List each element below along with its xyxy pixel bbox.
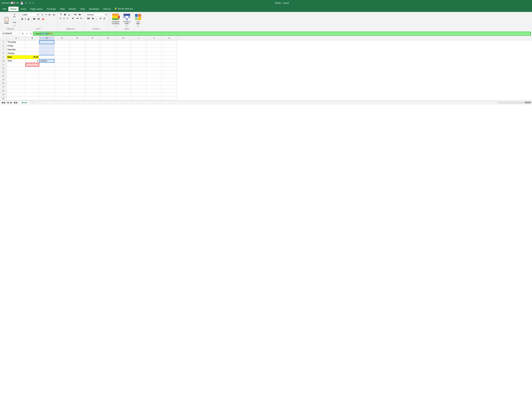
cell-b7[interactable] xyxy=(25,48,39,51)
col-header-j[interactable]: J xyxy=(146,36,162,40)
cell-i8[interactable] xyxy=(131,51,146,55)
cut-button[interactable]: ✂️ Cut xyxy=(11,13,18,18)
cancel-button[interactable]: ✕ xyxy=(21,32,24,35)
comma-button[interactable]: , xyxy=(95,17,98,20)
cell-i9[interactable] xyxy=(131,55,146,59)
col-header-g[interactable]: G xyxy=(101,36,116,40)
cell-j6[interactable] xyxy=(146,44,162,48)
format-as-table-dropdown[interactable]: ▾ xyxy=(126,25,127,27)
col-header-c[interactable]: C xyxy=(39,36,55,40)
cell-f6[interactable] xyxy=(85,44,101,48)
conditional-formatting-dropdown[interactable]: ▾ xyxy=(115,25,116,27)
cell-g10[interactable] xyxy=(101,59,116,63)
cell-j11[interactable] xyxy=(146,63,162,67)
cell-e11[interactable] xyxy=(70,63,85,67)
row-num-18[interactable]: 18 xyxy=(0,89,7,93)
sheet-nav-last[interactable]: ▶▶ xyxy=(13,101,18,104)
col-header-e[interactable]: E xyxy=(70,36,85,40)
redo-icon[interactable]: ↪ xyxy=(29,1,31,4)
row-num-5[interactable]: 5 xyxy=(0,40,7,44)
cell-e7[interactable] xyxy=(70,48,85,51)
row-num-11[interactable]: 11 xyxy=(0,63,7,67)
cell-i7[interactable] xyxy=(131,48,146,51)
cell-d5[interactable] xyxy=(55,40,70,44)
sheet-nav-next[interactable]: ▶ xyxy=(10,101,13,104)
decrease-indent-button[interactable]: ⇤ xyxy=(71,17,75,20)
format-painter-button[interactable]: 🖌️ xyxy=(11,24,18,27)
cell-e9[interactable] xyxy=(70,55,85,59)
cell-f5[interactable] xyxy=(85,40,101,44)
cell-styles-dropdown[interactable]: ▾ xyxy=(138,25,138,27)
cell-g6[interactable] xyxy=(101,44,116,48)
col-header-b[interactable]: B xyxy=(25,36,39,40)
row-num-16[interactable]: 16 xyxy=(0,82,7,85)
col-header-h[interactable]: H xyxy=(116,36,131,40)
cell-a6[interactable]: Friday xyxy=(7,44,25,48)
cell-d10[interactable] xyxy=(55,59,70,63)
row-num-14[interactable]: 14 xyxy=(0,74,7,78)
cell-f11[interactable] xyxy=(85,63,101,67)
cell-b11[interactable] xyxy=(25,63,39,67)
bold-button[interactable]: B xyxy=(21,17,24,21)
cell-f10[interactable] xyxy=(85,59,101,63)
cell-d9[interactable] xyxy=(55,55,70,59)
cell-k5[interactable] xyxy=(162,40,177,44)
cell-h5[interactable] xyxy=(116,40,131,44)
cell-i5[interactable] xyxy=(131,40,146,44)
row-num-10[interactable]: 10 xyxy=(0,59,7,63)
menu-view[interactable]: View xyxy=(78,7,87,11)
cell-b5[interactable] xyxy=(25,40,39,44)
cell-d11[interactable] xyxy=(55,63,70,67)
cell-g7[interactable] xyxy=(101,48,116,51)
name-box[interactable] xyxy=(1,32,18,35)
font-color-button[interactable]: A▾ xyxy=(41,18,45,20)
col-header-f[interactable]: F xyxy=(85,36,101,40)
cell-c11[interactable] xyxy=(39,63,55,67)
save-icon[interactable]: 💾 xyxy=(20,1,24,5)
row-num-17[interactable]: 17 xyxy=(0,85,7,89)
cell-a10[interactable]: Total xyxy=(7,59,25,63)
cell-h10[interactable] xyxy=(116,59,131,63)
row-num-15[interactable]: 15 xyxy=(0,78,7,82)
row-num-13[interactable]: 13 xyxy=(0,70,7,74)
row-num-20[interactable]: 20 xyxy=(0,96,7,100)
cell-e5[interactable] xyxy=(70,40,85,44)
cell-b6[interactable] xyxy=(25,44,39,48)
align-middle-button[interactable]: ⊟ xyxy=(63,13,67,16)
cell-h7[interactable] xyxy=(116,48,131,51)
row-num-19[interactable]: 19 xyxy=(0,93,7,96)
col-header-a[interactable]: A xyxy=(7,36,25,40)
align-bottom-button[interactable]: ⊥ xyxy=(67,13,71,16)
cell-a7[interactable]: Saturday xyxy=(7,48,25,51)
fill-color-button[interactable]: A▾ xyxy=(37,18,41,20)
row-num-12[interactable]: 12 xyxy=(0,67,7,70)
align-center-button[interactable]: ≡ xyxy=(63,17,66,20)
font-grow-button[interactable]: A↑ xyxy=(48,13,52,16)
align-right-button[interactable]: ≡ xyxy=(66,17,69,20)
cell-j9[interactable] xyxy=(146,55,162,59)
sheet-nav-first[interactable]: ◀◀ xyxy=(1,101,6,104)
cell-k11[interactable] xyxy=(162,63,177,67)
font-shrink-button[interactable]: A↓ xyxy=(52,13,56,16)
row-num-9[interactable]: 9 xyxy=(0,55,7,59)
col-header-d[interactable]: D xyxy=(55,36,70,40)
row-num-8[interactable]: 8 xyxy=(0,51,7,55)
cell-g9[interactable] xyxy=(101,55,116,59)
align-left-button[interactable]: ≡ xyxy=(59,17,62,20)
tell-me-input[interactable]: 💡 Tell me what you xyxy=(114,8,133,10)
menu-addins[interactable]: Add-ins xyxy=(101,7,113,11)
menu-developer[interactable]: Developer xyxy=(87,7,101,11)
confirm-button[interactable]: ✓ xyxy=(25,32,29,35)
menu-page-layout[interactable]: Page Layout xyxy=(28,7,45,11)
cell-g11[interactable] xyxy=(101,63,116,67)
horizontal-scrollbar[interactable] xyxy=(497,101,531,103)
decrease-decimal-button[interactable]: .0↓ xyxy=(102,17,106,20)
sheet-tab-sheet1[interactable]: Sheet1 xyxy=(19,101,30,104)
formula-input[interactable]: =sum(C2:C8)*B11 xyxy=(33,32,531,36)
cell-c6[interactable] xyxy=(39,44,55,48)
autosave-toggle[interactable] xyxy=(11,2,15,4)
cell-j8[interactable] xyxy=(146,51,162,55)
currency-button[interactable]: $▾ xyxy=(87,17,91,20)
cell-d7[interactable] xyxy=(55,48,70,51)
percent-button[interactable]: % xyxy=(91,17,95,20)
